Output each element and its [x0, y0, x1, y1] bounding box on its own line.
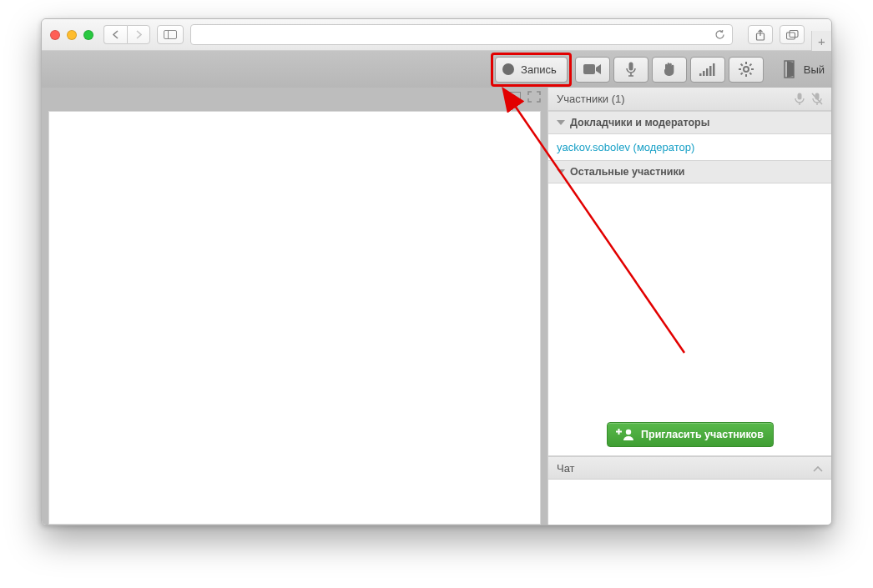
microphone-button[interactable]	[613, 57, 648, 83]
raise-hand-button[interactable]	[652, 57, 687, 83]
chat-header[interactable]: Чат	[548, 456, 831, 480]
app-toolbar: Запись Вый	[42, 51, 831, 88]
invite-area: Пригласить участников	[548, 414, 831, 456]
share-button[interactable]	[748, 25, 773, 44]
address-bar[interactable]	[190, 24, 733, 45]
exit-label: Вый	[804, 63, 825, 76]
svg-rect-5	[583, 64, 595, 74]
svg-rect-4	[790, 30, 798, 37]
participant-role: (модератор)	[633, 141, 695, 153]
add-user-icon	[616, 429, 634, 440]
titlebar-right-buttons	[739, 25, 805, 44]
layout-toggle-button[interactable]	[507, 92, 521, 102]
reload-icon[interactable]	[714, 29, 725, 40]
svg-line-19	[740, 64, 742, 66]
share-icon	[755, 29, 765, 41]
group-others-header[interactable]: Остальные участники	[548, 160, 831, 183]
svg-rect-10	[703, 71, 705, 76]
browser-titlebar: +	[42, 19, 831, 51]
record-button[interactable]: Запись	[495, 57, 568, 83]
svg-rect-13	[713, 63, 715, 76]
svg-rect-9	[699, 73, 702, 76]
chevron-down-icon	[557, 120, 565, 125]
header-mic-icon[interactable]	[795, 93, 805, 105]
tabs-button[interactable]	[780, 25, 805, 44]
svg-rect-24	[798, 93, 802, 100]
svg-line-22	[740, 73, 742, 74]
sidebar-toggle-button[interactable]	[157, 25, 184, 44]
microphone-icon	[625, 62, 637, 77]
minimize-window-button[interactable]	[67, 30, 77, 40]
exit-door-icon	[784, 60, 799, 78]
invite-button[interactable]: Пригласить участников	[607, 422, 774, 447]
camera-button[interactable]	[575, 57, 610, 83]
chat-label: Чат	[557, 462, 575, 475]
chat-body	[548, 480, 831, 525]
svg-rect-0	[164, 31, 177, 39]
zoom-window-button[interactable]	[83, 30, 93, 40]
tabs-icon	[786, 30, 799, 40]
window-controls	[50, 30, 93, 40]
presentation-pane	[42, 88, 548, 525]
main-area: Участники (1) Докладчики и модераторы ya…	[42, 88, 831, 525]
nav-forward-button[interactable]	[127, 25, 150, 44]
presentation-controls	[507, 91, 541, 103]
participant-row[interactable]: yackov.sobolev (модератор)	[548, 134, 831, 160]
participants-empty-area	[548, 183, 831, 414]
settings-button[interactable]	[729, 57, 764, 83]
new-tab-button[interactable]: +	[811, 31, 831, 51]
svg-rect-11	[706, 68, 709, 76]
hand-icon	[663, 62, 676, 77]
participant-name: yackov.sobolev	[557, 141, 630, 153]
svg-rect-6	[628, 63, 633, 71]
fullscreen-button[interactable]	[527, 91, 541, 103]
svg-line-21	[749, 64, 751, 66]
svg-point-14	[744, 67, 749, 72]
participants-header: Участники (1)	[548, 88, 831, 111]
group-others-label: Остальные участники	[570, 166, 684, 178]
signal-bars-icon	[699, 63, 716, 76]
participants-panel: Участники (1) Докладчики и модераторы ya…	[548, 88, 831, 525]
camera-icon	[583, 63, 602, 75]
record-label: Запись	[521, 63, 557, 76]
close-window-button[interactable]	[50, 30, 60, 40]
record-button-highlight: Запись	[491, 53, 572, 87]
presentation-canvas	[48, 111, 541, 525]
nav-back-forward	[103, 25, 150, 44]
nav-back-button[interactable]	[103, 25, 127, 44]
exit-button[interactable]: Вый	[779, 57, 828, 83]
fullscreen-icon	[527, 91, 541, 103]
svg-line-20	[749, 73, 751, 74]
invite-label: Пригласить участников	[641, 429, 764, 440]
group-speakers-label: Докладчики и модераторы	[570, 117, 709, 128]
svg-rect-3	[786, 33, 795, 39]
connection-button[interactable]	[690, 57, 725, 83]
chevron-up-icon	[813, 462, 823, 475]
record-icon	[502, 63, 514, 75]
group-speakers-header[interactable]: Докладчики и модераторы	[548, 111, 831, 134]
chevron-down-icon	[557, 169, 565, 174]
header-mic-muted-icon[interactable]	[811, 93, 823, 105]
browser-window: + Запись Вый	[41, 18, 832, 525]
svg-point-31	[626, 430, 631, 435]
gear-icon	[739, 62, 754, 77]
participants-title: Участники (1)	[557, 93, 625, 105]
svg-rect-12	[709, 66, 712, 76]
